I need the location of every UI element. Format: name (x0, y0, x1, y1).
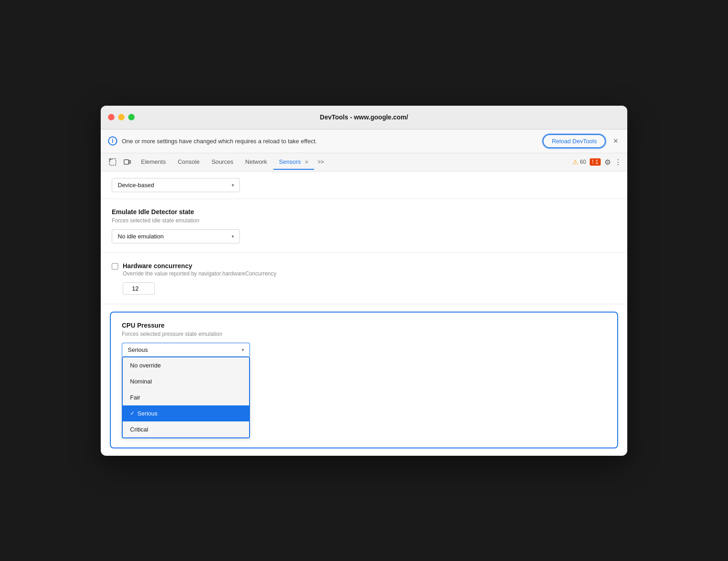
inspect-element-icon[interactable] (106, 156, 119, 168)
concurrency-input[interactable]: 12 (123, 282, 155, 295)
close-button[interactable] (108, 114, 114, 120)
titlebar: DevTools - www.google.com/ (101, 106, 627, 129)
svg-rect-3 (124, 160, 129, 164)
chevron-down-icon: ▾ (232, 234, 234, 239)
tab-list: Elements Console Sources Network Sensors… (136, 155, 570, 170)
chevron-down-icon: ▾ (232, 183, 234, 188)
toolbar: Elements Console Sources Network Sensors… (101, 153, 627, 172)
tab-sensors[interactable]: Sensors ✕ (273, 155, 314, 170)
notification-text: One or more settings have changed which … (122, 138, 317, 145)
cpu-pressure-menu: No override Nominal Fair ✓ Serious Criti… (122, 356, 250, 438)
notification-right: Reload DevTools × (543, 134, 620, 148)
devtools-window: DevTools - www.google.com/ i One or more… (101, 106, 627, 456)
concurrency-title: Hardware concurrency (123, 262, 277, 270)
tab-sensors-close[interactable]: ✕ (304, 159, 309, 165)
cpu-pressure-desc: Forces selected pressure state emulation (122, 331, 606, 337)
more-tabs-button[interactable]: >> (315, 159, 327, 165)
notification-bar: i One or more settings have changed whic… (101, 129, 627, 153)
warning-icon: ⚠ (572, 158, 578, 166)
tab-console[interactable]: Console (172, 155, 205, 170)
notification-close-button[interactable]: × (611, 136, 620, 146)
toolbar-right: ⚠ 60 ! 1 ⚙ ⋮ (572, 158, 622, 167)
idle-detector-desc: Forces selected idle state emulation (112, 217, 616, 224)
cpu-pressure-dropdown[interactable]: Serious ▾ (122, 343, 250, 356)
cpu-option-serious[interactable]: ✓ Serious (123, 405, 249, 421)
cpu-pressure-value: Serious (128, 346, 148, 353)
idle-emulation-value: No idle emulation (118, 233, 163, 240)
content-area: Device-based ▾ Emulate Idle Detector sta… (101, 172, 627, 448)
concurrency-desc: Override the value reported by navigator… (123, 270, 277, 277)
chevron-down-icon: ▾ (242, 347, 244, 352)
hardware-concurrency-checkbox[interactable] (112, 263, 118, 270)
device-based-dropdown[interactable]: Device-based ▾ (112, 178, 240, 192)
minimize-button[interactable] (118, 114, 125, 120)
notification-left: i One or more settings have changed whic… (108, 136, 317, 146)
window-title: DevTools - www.google.com/ (320, 113, 408, 121)
errors-badge[interactable]: ! 1 (590, 158, 601, 166)
idle-detector-title: Emulate Idle Detector state (112, 208, 616, 216)
hardware-concurrency-section: Hardware concurrency Override the value … (101, 253, 627, 304)
svg-rect-2 (109, 159, 116, 165)
device-section: Device-based ▾ (101, 172, 627, 199)
tab-network[interactable]: Network (240, 155, 273, 170)
info-icon: i (108, 136, 117, 146)
tab-elements[interactable]: Elements (136, 155, 171, 170)
checkmark-icon: ✓ (130, 410, 135, 416)
more-options-icon[interactable]: ⋮ (614, 158, 622, 167)
cpu-option-critical[interactable]: Critical (123, 421, 249, 437)
cpu-pressure-title: CPU Pressure (122, 322, 606, 329)
cpu-option-fair[interactable]: Fair (123, 389, 249, 405)
traffic-lights (108, 114, 135, 120)
cpu-option-nominal[interactable]: Nominal (123, 373, 249, 389)
tab-sources[interactable]: Sources (206, 155, 239, 170)
warnings-badge[interactable]: ⚠ 60 (572, 158, 586, 166)
svg-rect-4 (129, 161, 130, 163)
device-toolbar-icon[interactable] (121, 156, 134, 168)
reload-devtools-button[interactable]: Reload DevTools (543, 134, 606, 148)
cpu-pressure-section: CPU Pressure Forces selected pressure st… (110, 312, 618, 448)
settings-icon[interactable]: ⚙ (604, 158, 611, 167)
error-icon: ! (592, 159, 593, 165)
cpu-option-no-override[interactable]: No override (123, 357, 249, 373)
maximize-button[interactable] (128, 114, 135, 120)
idle-detector-section: Emulate Idle Detector state Forces selec… (101, 199, 627, 253)
idle-emulation-dropdown[interactable]: No idle emulation ▾ (112, 229, 240, 243)
